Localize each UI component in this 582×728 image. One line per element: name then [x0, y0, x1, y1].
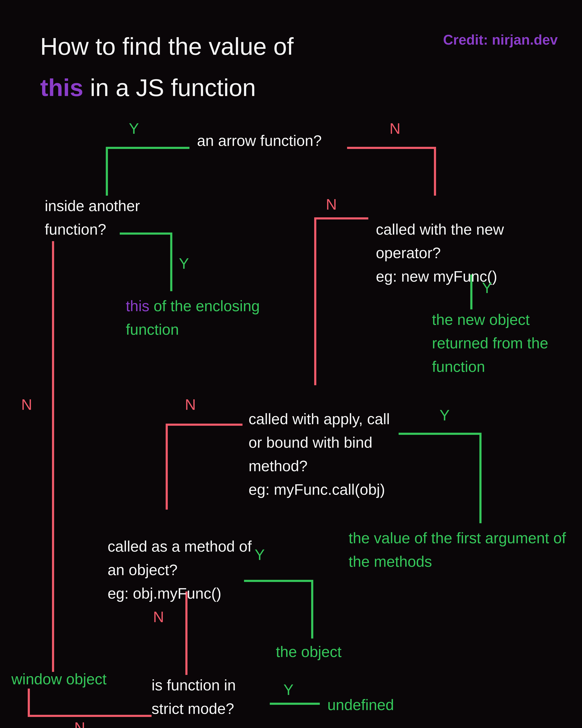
answer-first-arg-text: the value of the first argument of the m… — [349, 529, 566, 570]
answer-window-text: window object — [11, 671, 107, 687]
label-yes: Y — [283, 681, 294, 698]
question-strict: is function in strict mode? — [151, 673, 261, 721]
page-title: How to find the value of this in a JS fu… — [40, 26, 294, 108]
title-keyword: this — [40, 74, 83, 101]
label-yes: Y — [179, 255, 189, 272]
question-arrow: an arrow function? — [197, 129, 322, 152]
label-no: N — [153, 608, 164, 626]
question-apply: called with apply, call or bound with bi… — [249, 384, 400, 501]
answer-object: the object — [276, 640, 342, 664]
question-new: called with the new operator? eg: new my… — [376, 194, 550, 288]
answer-undefined-text: undefined — [327, 696, 394, 713]
answer-undefined: undefined — [327, 693, 394, 717]
answer-first-arg: the value of the first argument of the m… — [349, 526, 570, 573]
label-yes: Y — [255, 546, 265, 564]
label-no: N — [326, 196, 337, 213]
answer-new-object-text: the new object returned from the functio… — [432, 311, 548, 375]
question-apply-text: called with apply, call or bound with bi… — [249, 410, 390, 498]
title-line2-rest: in a JS function — [83, 74, 256, 101]
question-strict-text: is function in strict mode? — [151, 677, 236, 717]
label-yes: Y — [440, 407, 450, 424]
label-yes: Y — [482, 279, 492, 296]
label-yes: Y — [129, 120, 139, 137]
answer-object-text: the object — [276, 643, 342, 660]
question-arrow-text: an arrow function? — [197, 132, 322, 149]
question-method: called as a method of an object? eg: obj… — [108, 511, 267, 605]
question-new-text: called with the new operator? eg: new my… — [376, 221, 504, 285]
answer-new-object: the new object returned from the functio… — [432, 308, 572, 379]
answer-window: window object — [11, 667, 107, 691]
answer-enclosing-kw: this — [126, 297, 149, 314]
label-no: N — [21, 396, 32, 413]
question-inside-text: inside another function? — [45, 197, 140, 238]
label-no: N — [74, 719, 85, 728]
question-inside: inside another function? — [45, 194, 178, 241]
answer-enclosing: this of the enclosing function — [126, 294, 262, 341]
title-line1: How to find the value of — [40, 33, 294, 60]
label-no: N — [389, 120, 400, 137]
credit-text: Credit: nirjan.dev — [443, 32, 558, 48]
label-no: N — [185, 396, 196, 413]
question-method-text: called as a method of an object? eg: obj… — [108, 538, 252, 602]
